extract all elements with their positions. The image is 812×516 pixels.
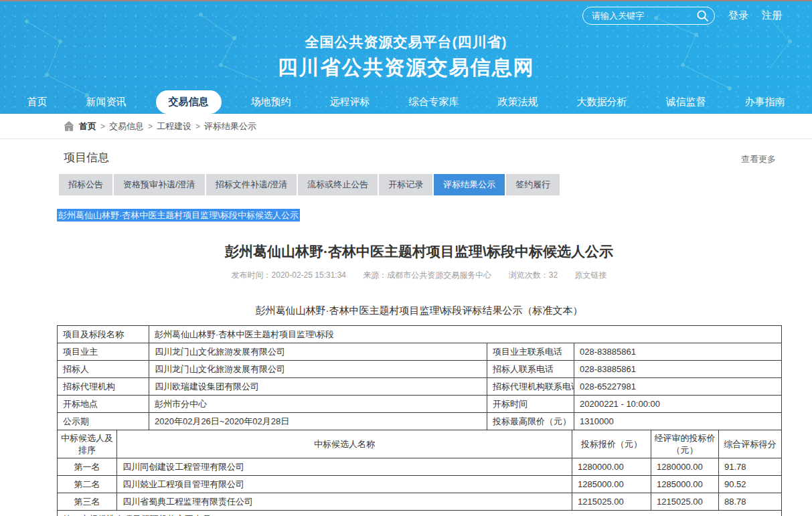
bid-cell: 1285000.00	[572, 476, 651, 493]
nav-item-guide[interactable]: 办事指南	[736, 90, 795, 114]
nav-item-remote-evaluation[interactable]: 远程评标	[321, 90, 380, 114]
table-row: 公示期 2020年02月26日~2020年02月28日 投标最高限价（元） 13…	[58, 413, 782, 430]
original-link[interactable]: 原文链接	[574, 270, 606, 280]
view-count: 浏览次数：32	[509, 270, 558, 280]
nav-item-venue-booking[interactable]: 场地预约	[242, 90, 301, 114]
info-label-cell: 招标人联系电话	[487, 361, 574, 378]
search-input[interactable]	[582, 7, 715, 25]
table-row: 项目业主 四川龙门山文化旅游发展有限公司 项目业主联系电话 028-838858…	[58, 343, 782, 361]
article-meta: 发布时间：2020-02-25 15:31:34 来源：成都市公共资源交易服务中…	[57, 270, 781, 281]
bid-cell: 1280000.00	[572, 458, 651, 476]
tab-bid-announcement[interactable]: 招标公告	[59, 174, 112, 195]
tab-failed-terminated[interactable]: 流标或终止公告	[298, 174, 378, 195]
nav-item-integrity[interactable]: 诚信监督	[657, 90, 716, 114]
breadcrumb-item-home[interactable]: 首页	[79, 120, 96, 133]
info-label-cell: 招标代理机构	[58, 378, 149, 396]
info-value-cell: 四川欧瑞建设集团有限公司	[149, 378, 487, 396]
platform-title: 全国公共资源交易平台(四川省)	[0, 33, 812, 52]
info-label-cell: 公示期	[58, 413, 149, 430]
reviewed-bid-cell: 1285000.00	[651, 476, 719, 493]
score-cell: 91.78	[719, 458, 782, 476]
info-value-cell: 028-83885861	[574, 343, 782, 361]
info-value-cell: 1310000	[574, 413, 782, 430]
candidates-table: 中标候选人及排序 中标候选人名称 投标报价（元） 经评审的投标价（元） 综合评标…	[57, 430, 782, 516]
site-title: 四川省公共资源交易信息网	[0, 54, 812, 82]
info-value-cell: 2020年02月26日~2020年02月28日	[149, 413, 487, 430]
login-link[interactable]: 登录	[728, 9, 748, 22]
score-cell: 90.52	[719, 476, 782, 493]
tab-prequalification-addendum[interactable]: 资格预审补遗/澄清	[114, 174, 205, 195]
table-row: 招标人 四川龙门山文化旅游发展有限公司 招标人联系电话 028-83885861	[58, 361, 782, 378]
rank-cell: 第二名	[58, 476, 117, 493]
nav-item-trade-info[interactable]: 交易信息	[156, 90, 222, 114]
tab-bid-document-addendum[interactable]: 招标文件补遗/澄清	[206, 174, 297, 195]
source: 来源：成都市公共资源交易服务中心	[363, 270, 491, 280]
rank-cell: 第三名	[58, 493, 117, 511]
main-content: 项目信息 查看更多 招标公告 资格预审补遗/澄清 招标文件补遗/澄清 流标或终止…	[57, 150, 781, 516]
selected-result-link[interactable]: 彭州葛仙山林野·杏林中医主题村项目监理\标段中标候选人公示	[57, 209, 300, 222]
view-more-link[interactable]: 查看更多	[741, 153, 776, 165]
info-value-cell: 四川龙门山文化旅游发展有限公司	[149, 361, 487, 378]
table-row: 第一中标候选人项目管理机构主要人员	[58, 511, 782, 516]
section-title: 项目信息	[64, 150, 109, 165]
article-title: 彭州葛仙山林野·杏林中医主题村项目监理\标段中标候选人公示	[57, 242, 781, 261]
rank-cell: 第一名	[58, 458, 117, 476]
candidate-row: 第一名 四川同创建设工程管理有限公司 1280000.00 1280000.00…	[58, 458, 782, 476]
candidate-row: 第三名 四川省蜀典工程监理有限责任公司 1215025.00 1215025.0…	[58, 493, 782, 511]
result-list-item: 彭州葛仙山林野·杏林中医主题村项目监理\标段中标候选人公示	[57, 209, 781, 222]
tab-bid-opening-record[interactable]: 开标记录	[379, 174, 432, 195]
register-link[interactable]: 注册	[762, 9, 782, 22]
info-value-cell: 028-65227981	[574, 378, 782, 396]
breadcrumb-separator: >	[148, 122, 153, 131]
tab-bar: 招标公告 资格预审补遗/澄清 招标文件补遗/澄清 流标或终止公告 开标记录 评标…	[57, 174, 781, 195]
publish-time: 发布时间：2020-02-25 15:31:34	[232, 270, 346, 280]
info-label-cell: 招标代理机构联系电话	[487, 378, 574, 396]
footer-section-cell: 第一中标候选人项目管理机构主要人员	[58, 511, 782, 516]
nav-item-big-data[interactable]: 大数据分析	[568, 90, 637, 114]
breadcrumb-item-trade-info[interactable]: 交易信息	[109, 120, 144, 133]
site-header: 登录 注册 全国公共资源交易平台(四川省) 四川省公共资源交易信息网 首页 新闻…	[0, 1, 812, 114]
reviewed-bid-cell: 1280000.00	[651, 458, 719, 476]
tab-evaluation-result[interactable]: 评标结果公示	[434, 174, 505, 195]
topbar: 登录 注册	[582, 7, 782, 25]
candidates-header-row: 中标候选人及排序 中标候选人名称 投标报价（元） 经评审的投标价（元） 综合评标…	[58, 430, 782, 458]
home-icon[interactable]	[64, 121, 74, 131]
info-label-cell: 招标人	[58, 361, 149, 378]
nav-item-news[interactable]: 新闻资讯	[77, 90, 136, 114]
section-header: 项目信息 查看更多	[57, 150, 781, 165]
info-value-cell: 028-83885861	[574, 361, 782, 378]
info-value-cell: 20200221 - 10:00:00	[574, 396, 782, 413]
info-label-cell: 项目业主联系电话	[487, 343, 574, 361]
info-value-cell: 彭州市分中心	[149, 396, 487, 413]
score-cell: 88.78	[719, 493, 782, 511]
candidate-row: 第二名 四川兢业工程项目管理有限公司 1285000.00 1285000.00…	[58, 476, 782, 493]
nav-item-policies[interactable]: 政策法规	[489, 90, 548, 114]
main-nav: 首页 新闻资讯 交易信息 场地预约 远程评标 综合专家库 政策法规 大数据分析 …	[0, 90, 812, 114]
header-cell-reviewed-bid: 经评审的投标价（元）	[651, 430, 719, 458]
info-value-cell: 彭州葛仙山林野·杏林中医主题村项目监理\标段	[149, 326, 782, 343]
table-row: 开标地点 彭州市分中心 开标时间 20200221 - 10:00:00	[58, 396, 782, 413]
bid-cell: 1215025.00	[572, 493, 651, 511]
result-table-title: 彭州葛仙山林野·杏林中医主题村项目监理\标段评标结果公示（标准文本）	[57, 305, 781, 317]
info-label-cell: 投标最高限价（元）	[487, 413, 574, 430]
info-label-cell: 项目业主	[58, 343, 149, 361]
breadcrumb-separator: >	[195, 122, 200, 131]
breadcrumb-item-construction[interactable]: 工程建设	[157, 120, 191, 133]
header-cell-score: 综合评标得分	[719, 430, 782, 458]
breadcrumb-separator: >	[100, 122, 105, 131]
table-row: 招标代理机构 四川欧瑞建设集团有限公司 招标代理机构联系电话 028-65227…	[58, 378, 782, 396]
header-cell-name: 中标候选人名称	[117, 430, 572, 458]
reviewed-bid-cell: 1215025.00	[651, 493, 719, 511]
tab-contract-performance[interactable]: 签约履行	[506, 174, 560, 195]
candidate-name-cell: 四川同创建设工程管理有限公司	[117, 458, 572, 476]
header-cell-bid: 投标报价（元）	[572, 430, 651, 458]
search-box	[582, 7, 715, 25]
candidate-name-cell: 四川兢业工程项目管理有限公司	[117, 476, 572, 493]
header-cell-rank: 中标候选人及排序	[58, 430, 117, 458]
search-icon[interactable]	[696, 9, 709, 22]
candidate-name-cell: 四川省蜀典工程监理有限责任公司	[117, 493, 572, 511]
info-value-cell: 四川龙门山文化旅游发展有限公司	[149, 343, 487, 361]
breadcrumb-item-result-announcement[interactable]: 评标结果公示	[204, 120, 256, 133]
nav-item-expert-library[interactable]: 综合专家库	[400, 90, 469, 114]
nav-item-home[interactable]: 首页	[18, 90, 57, 114]
